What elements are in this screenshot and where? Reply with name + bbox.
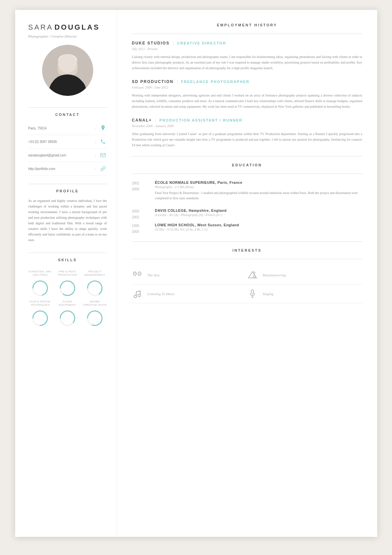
interest-item-3: Singing (247, 285, 362, 303)
contact-website-text: http://portfolio.com (28, 167, 92, 171)
edu-degree-1: A-Levels - Art (A) / Photography (A) / F… (155, 213, 362, 217)
interests-divider-top (132, 241, 362, 242)
education-divider-top (132, 156, 362, 156)
skill-item-4: FLASH EQUIPMENT (56, 300, 80, 327)
svg-point-7 (58, 60, 63, 74)
svg-point-6 (58, 54, 77, 67)
contact-email: saradouglas4@gmail.com | (28, 149, 107, 162)
last-name: DOUGLAS (54, 23, 100, 31)
svg-point-2 (46, 79, 89, 96)
svg-point-3 (49, 76, 86, 96)
skill-label-1: PRE & POST PRODUCTION (56, 270, 80, 277)
profile-text: As an organised and highly creative indi… (28, 198, 107, 243)
skill-item-5: ADOBE CREATIVE SUITE (83, 300, 107, 327)
interest-label-3: Singing (263, 292, 274, 296)
employment-title: EMPLOYMENT HISTORY (132, 23, 362, 27)
portrait-svg (42, 45, 93, 96)
skill-label-3: FILM & DIGITAL TECHNIQUES (28, 300, 52, 307)
contact-phone: +33 (0) 3097 38935 | (28, 135, 107, 149)
job-subtitle: Photographer / Creative Director (28, 34, 107, 38)
skill-item-0: TUNGSTEN, HMI, LED (PRO) (28, 270, 52, 297)
resume-page: SARA DOUGLAS Photographer / Creative Dir… (15, 10, 377, 537)
edu-row-2: 1995 2000 LOWE HIGH SCHOOL, West Sussex,… (132, 223, 362, 235)
interest-item-2: Listening To Music (132, 285, 247, 303)
edu-year-end-0: 2006 (132, 186, 148, 192)
job-header-2: CANAL+ | PRODUCTION ASSISTANT / RUNNER (132, 118, 362, 123)
edu-year-start-2: 1995 (132, 223, 148, 229)
svg-point-29 (138, 294, 141, 297)
interest-label-2: Listening To Music (147, 292, 175, 296)
job-title-0: CREATIVE DIRECTOR (177, 41, 226, 45)
edu-school-1: DAVIS COLLEGE, Hampshire, England (155, 208, 362, 212)
edu-years-2: 1995 2000 (132, 223, 148, 235)
link-icon (99, 165, 107, 173)
skill-circle-0 (32, 280, 49, 297)
contact-title: CONTACT (28, 113, 107, 117)
svg-point-28 (134, 295, 137, 298)
edu-content-1: DAVIS COLLEGE, Hampshire, England A-Leve… (155, 208, 362, 220)
contact-phone-text: +33 (0) 3097 38935 (28, 140, 92, 144)
job-date-2: November 2006 - January 2009 (132, 124, 362, 128)
skill-label-0: TUNGSTEN, HMI, LED (PRO) (28, 270, 52, 277)
skill-item-3: FILM & DIGITAL TECHNIQUES (28, 300, 52, 327)
profile-divider-top (28, 184, 107, 184)
education-title: EDUCATION (132, 163, 362, 167)
svg-point-5 (58, 57, 77, 78)
svg-rect-12 (100, 153, 105, 157)
job-date-1: February 2009 - June 2012 (132, 86, 362, 89)
job-0: DUKE STUDIOS | CREATIVE DIRECTOR July 20… (132, 41, 362, 71)
edu-school-2: LOWE HIGH SCHOOL, West Sussex, England (155, 223, 362, 227)
interest-item-1: Mountaineering (247, 266, 362, 285)
svg-point-8 (72, 60, 78, 74)
contact-divider-top (28, 107, 107, 108)
svg-marker-26 (252, 274, 256, 278)
job-desc-0: Liaising closely with internal design, p… (132, 54, 362, 71)
interest-icon-3 (247, 289, 258, 299)
contact-address: Paris, 75014 | (28, 122, 107, 135)
edu-desc-0: Final Year Project & Dissertation - I st… (155, 190, 362, 201)
svg-point-9 (59, 55, 76, 63)
edu-row-1: 2000 2002 DAVIS COLLEGE, Hampshire, Engl… (132, 208, 362, 220)
interest-icon-1 (247, 270, 258, 280)
job-header-0: DUKE STUDIOS | CREATIVE DIRECTOR (132, 41, 362, 46)
interest-item-0: The Arts (132, 266, 247, 285)
interests-divider (132, 259, 362, 259)
interests-title: INTERESTS (132, 248, 362, 252)
edu-content-0: ÉCOLE NORMALE SUPERIEURE, Paris, France … (155, 180, 362, 206)
job-title-1: FREELANCE PHOTOGRAPHER (181, 80, 249, 84)
skills-grid: TUNGSTEN, HMI, LED (PRO) PRE & POST PROD… (28, 270, 107, 327)
skill-circle-4 (59, 310, 76, 327)
job-header-1: SD PRODUCTION | FREELANCE PHOTOGRAPHER (132, 79, 362, 84)
job-date-0: July 2013 - Present (132, 47, 362, 51)
skill-item-1: PRE & POST PRODUCTION (56, 270, 80, 297)
interest-label-0: The Arts (147, 273, 160, 277)
edu-year-end-1: 2002 (132, 214, 148, 220)
edu-degree-2: GCSEs - 9 GCSEs A-C (4 As, 4 Bs, 1 C) (155, 228, 362, 231)
employment-divider (132, 34, 362, 34)
contact-website: http://portfolio.com | (28, 162, 107, 176)
skill-label-2: PROJECT MANAGEMENT (83, 270, 107, 277)
email-icon (99, 151, 107, 159)
contact-email-text: saradouglas4@gmail.com (28, 153, 92, 157)
education-container: 2002 2006 ÉCOLE NORMALE SUPERIEURE, Pari… (132, 180, 362, 235)
first-name: SARA (28, 23, 53, 31)
skill-circle-3 (32, 310, 49, 327)
svg-point-27 (253, 272, 255, 273)
job-desc-1: Working with independent designers, adve… (132, 93, 362, 109)
skill-circle-5 (86, 310, 103, 327)
edu-year-start-0: 2002 (132, 180, 148, 186)
job-title-2: PRODUCTION ASSISTANT / RUNNER (159, 118, 242, 122)
skill-label-4: FLASH EQUIPMENT (56, 300, 80, 307)
edu-row-0: 2002 2006 ÉCOLE NORMALE SUPERIEURE, Pari… (132, 180, 362, 206)
job-company-2: CANAL+ (132, 118, 152, 123)
skill-label-5: ADOBE CREATIVE SUITE (83, 300, 107, 307)
interests-grid: The Arts Mountaineering Listening To Mus… (132, 266, 362, 303)
edu-year-end-2: 2000 (132, 229, 148, 235)
name-block: SARA DOUGLAS (28, 23, 107, 32)
phone-icon (99, 138, 107, 146)
skill-circle-2 (86, 280, 103, 297)
interest-icon-2 (132, 289, 143, 299)
edu-years-1: 2000 2002 (132, 208, 148, 220)
interest-label-1: Mountaineering (263, 273, 286, 277)
svg-rect-30 (251, 290, 253, 294)
